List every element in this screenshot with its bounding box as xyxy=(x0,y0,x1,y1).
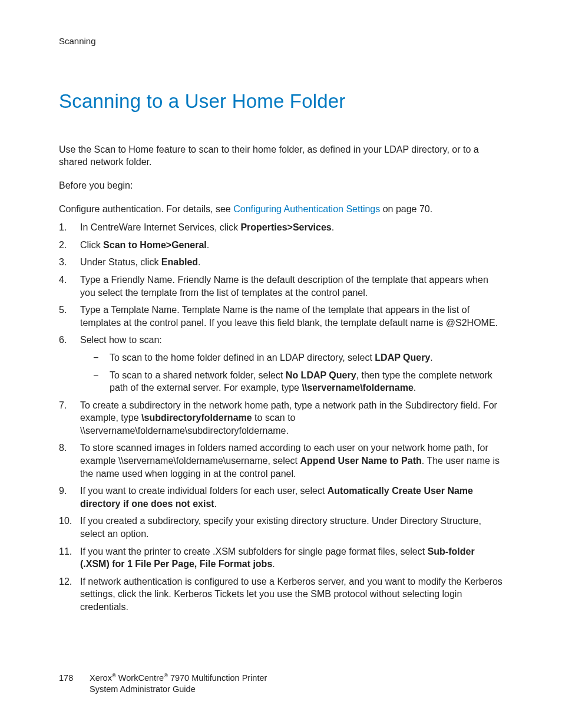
t: Properties>Services xyxy=(240,222,331,232)
step-1: In CentreWare Internet Services, click P… xyxy=(59,221,503,234)
config-auth-link[interactable]: Configuring Authentication Settings xyxy=(233,204,380,214)
t: . xyxy=(332,222,334,232)
footer-brand-1: Xerox xyxy=(90,673,112,683)
t: Click xyxy=(80,240,103,250)
step-4: Type a Friendly Name. Friendly Name is t… xyxy=(59,274,503,299)
t: . xyxy=(207,240,209,250)
running-header: Scanning xyxy=(59,35,503,47)
step-12: If network authentication is configured … xyxy=(59,575,503,614)
config-pre: Configure authentication. For details, s… xyxy=(59,204,233,214)
step-6: Select how to scan: To scan to the home … xyxy=(59,334,503,394)
t: Select how to scan: xyxy=(80,335,162,345)
t: Enabled xyxy=(161,257,198,267)
page-footer: 178Xerox® WorkCentre® 7970 Multifunction… xyxy=(59,672,267,696)
page-number: 178 xyxy=(59,673,90,684)
configure-auth-line: Configure authentication. For details, s… xyxy=(59,203,503,216)
step-6-sublist: To scan to the home folder defined in an… xyxy=(80,351,503,394)
before-you-begin: Before you begin: xyxy=(59,179,503,192)
t: LDAP Query xyxy=(375,353,430,363)
footer-brand-2: WorkCentre xyxy=(116,673,164,683)
step-2: Click Scan to Home>General. xyxy=(59,239,503,252)
step-11: If you want the printer to create .XSM s… xyxy=(59,545,503,571)
step-9: If you want to create individual folders… xyxy=(59,485,503,510)
t: Append User Name to Path xyxy=(300,456,422,466)
t: \\servername\foldername xyxy=(302,383,413,393)
reg-mark-icon: ® xyxy=(112,672,116,678)
t: . xyxy=(414,383,416,393)
t: . xyxy=(430,353,432,363)
t: \subdirectoryfoldername xyxy=(141,413,252,423)
t: To scan to a shared network folder, sele… xyxy=(110,370,286,380)
t: . xyxy=(198,257,200,267)
t: . xyxy=(214,499,217,509)
footer-line-2: System Administrator Guide xyxy=(59,684,267,696)
step-3: Under Status, click Enabled. xyxy=(59,256,503,269)
reg-mark-icon: ® xyxy=(164,672,168,678)
t: If you want to create individual folders… xyxy=(80,486,328,496)
step-10: If you created a subdirectory, specify y… xyxy=(59,515,503,540)
t: To scan to the home folder defined in an… xyxy=(110,353,375,363)
step-8: To store scanned images in folders named… xyxy=(59,442,503,480)
t: In CentreWare Internet Services, click xyxy=(80,222,240,232)
step-6-sub-1: To scan to the home folder defined in an… xyxy=(80,351,503,364)
footer-product: 7970 Multifunction Printer xyxy=(168,673,267,683)
t: No LDAP Query xyxy=(286,370,356,380)
step-6-sub-2: To scan to a shared network folder, sele… xyxy=(80,369,503,394)
step-7: To create a subdirectory in the network … xyxy=(59,399,503,437)
t: . xyxy=(272,559,275,569)
t: If you want the printer to create .XSM s… xyxy=(80,546,428,556)
t: Under Status, click xyxy=(80,257,161,267)
step-5: Type a Template Name. Template Name is t… xyxy=(59,304,503,329)
procedure-list: In CentreWare Internet Services, click P… xyxy=(59,221,503,613)
t: Scan to Home>General xyxy=(103,240,207,250)
intro-paragraph: Use the Scan to Home feature to scan to … xyxy=(59,143,503,169)
page-title: Scanning to a User Home Folder xyxy=(59,88,503,115)
config-post: on page 70. xyxy=(380,204,432,214)
